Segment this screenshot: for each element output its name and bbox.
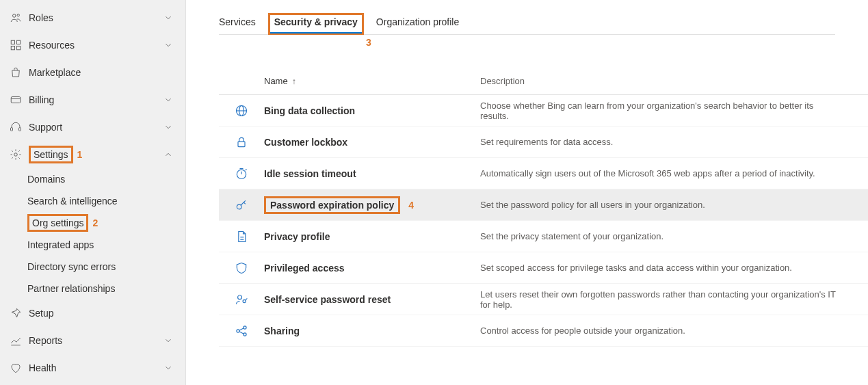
table-row[interactable]: SharingControl access for people outside… bbox=[219, 315, 868, 347]
tab-label: Security & privacy bbox=[274, 16, 358, 27]
svg-rect-6 bbox=[11, 97, 21, 103]
tabs: Services Security & privacy 3 Organizati… bbox=[219, 12, 835, 35]
row-name: Self-service password reset bbox=[264, 294, 480, 305]
table-row[interactable]: Customer lockboxSet requirements for dat… bbox=[219, 127, 868, 158]
svg-line-29 bbox=[239, 331, 244, 333]
table-body: Bing data collectionChoose whether Bing … bbox=[219, 95, 868, 347]
sidebar-sub-partner-relationships[interactable]: Partner relationships bbox=[0, 278, 185, 300]
sidebar-sub-search-intelligence[interactable]: Search & intelligence bbox=[0, 190, 185, 212]
table-row[interactable]: Privacy profileSet the privacy statement… bbox=[219, 221, 868, 252]
svg-line-28 bbox=[239, 328, 244, 330]
sidebar-sub-integrated-apps[interactable]: Integrated apps bbox=[0, 234, 185, 256]
chevron-down-icon bbox=[163, 363, 173, 373]
chevron-down-icon bbox=[163, 13, 173, 23]
settings-icon bbox=[10, 148, 22, 161]
row-name: Idle session timeout bbox=[264, 168, 480, 179]
timer-icon bbox=[219, 167, 264, 181]
table-row[interactable]: Password expiration policy4Set the passw… bbox=[219, 189, 868, 221]
sidebar-sub-label: Integrated apps bbox=[27, 239, 94, 250]
sidebar-item-settings[interactable]: Settings1 bbox=[0, 141, 185, 168]
row-description: Control access for people outside your o… bbox=[480, 326, 868, 336]
table-row[interactable]: Bing data collectionChoose whether Bing … bbox=[219, 95, 868, 127]
sort-asc-icon: ↑ bbox=[292, 77, 296, 86]
table-row[interactable]: Self-service password resetLet users res… bbox=[219, 284, 868, 315]
setup-icon bbox=[10, 307, 22, 319]
sidebar: Roles Resources Marketplace Billing Supp… bbox=[0, 0, 186, 385]
row-name: Password expiration policy4 bbox=[264, 196, 480, 214]
sidebar-item-reports[interactable]: Reports bbox=[0, 327, 185, 354]
svg-point-25 bbox=[237, 329, 239, 332]
svg-rect-8 bbox=[11, 128, 13, 131]
table-row[interactable]: Idle session timeoutAutomatically sign u… bbox=[219, 158, 868, 189]
document-icon bbox=[219, 230, 264, 243]
sidebar-item-marketplace[interactable]: Marketplace bbox=[0, 59, 185, 86]
highlight-number: 3 bbox=[366, 37, 371, 48]
resources-icon bbox=[10, 39, 22, 51]
row-name: Sharing bbox=[264, 326, 480, 336]
svg-point-16 bbox=[237, 170, 246, 178]
sidebar-sub-org-settings[interactable]: Org settings2 bbox=[0, 212, 185, 234]
column-header-label: Name bbox=[264, 76, 288, 86]
row-description: Set the privacy statement of your organi… bbox=[480, 231, 868, 241]
table-header: Name ↑ Description bbox=[219, 76, 868, 95]
sidebar-item-resources[interactable]: Resources bbox=[0, 31, 185, 59]
tab-organization-profile[interactable]: Organization profile bbox=[376, 16, 459, 34]
column-header-label: Description bbox=[480, 76, 525, 86]
row-name: Customer lockbox bbox=[264, 137, 480, 148]
person-key-icon bbox=[219, 293, 264, 306]
roles-icon bbox=[10, 12, 22, 24]
svg-rect-15 bbox=[238, 142, 245, 147]
shield-icon bbox=[219, 261, 264, 275]
row-name: Privileged access bbox=[264, 263, 480, 274]
column-header-description[interactable]: Description bbox=[480, 76, 868, 86]
sidebar-sub-domains[interactable]: Domains bbox=[0, 168, 185, 190]
sidebar-sub-directory-sync-errors[interactable]: Directory sync errors bbox=[0, 256, 185, 278]
chevron-down-icon bbox=[163, 95, 173, 105]
row-description: Choose whether Bing can learn from your … bbox=[480, 101, 868, 121]
row-description: Automatically sign users out of the Micr… bbox=[480, 168, 868, 178]
sidebar-item-label: Health bbox=[29, 362, 163, 373]
row-name: Privacy profile bbox=[264, 231, 480, 242]
main-content: Services Security & privacy 3 Organizati… bbox=[186, 0, 868, 385]
tab-services[interactable]: Services bbox=[219, 16, 256, 34]
svg-point-26 bbox=[244, 326, 246, 328]
chevron-down-icon bbox=[163, 40, 173, 50]
tab-security-privacy[interactable]: Security & privacy 3 bbox=[268, 13, 364, 35]
highlight-box: Password expiration policy bbox=[264, 196, 400, 214]
sidebar-sub-label: Domains bbox=[27, 174, 65, 185]
sidebar-sub-label: Search & intelligence bbox=[27, 196, 118, 207]
highlight-number: 4 bbox=[408, 200, 414, 211]
chevron-down-icon bbox=[163, 122, 173, 132]
row-description: Set requirements for data access. bbox=[480, 137, 868, 147]
chevron-up-icon bbox=[163, 150, 173, 159]
health-icon bbox=[10, 362, 22, 374]
chevron-down-icon bbox=[163, 336, 173, 345]
sidebar-item-label: Settings1 bbox=[29, 146, 163, 163]
lock-icon bbox=[219, 135, 264, 149]
svg-point-20 bbox=[237, 204, 241, 209]
svg-rect-5 bbox=[17, 47, 21, 50]
svg-rect-4 bbox=[11, 47, 14, 50]
column-header-name[interactable]: Name ↑ bbox=[264, 76, 480, 86]
svg-point-10 bbox=[14, 153, 18, 157]
sidebar-item-support[interactable]: Support bbox=[0, 114, 185, 141]
row-description: Set scoped access for privilege tasks an… bbox=[480, 263, 868, 273]
table-row[interactable]: Privileged accessSet scoped access for p… bbox=[219, 252, 868, 284]
sidebar-item-setup[interactable]: Setup bbox=[0, 300, 185, 327]
highlight-number: 2 bbox=[92, 217, 98, 228]
sidebar-item-label: Billing bbox=[29, 94, 163, 105]
sidebar-item-billing[interactable]: Billing bbox=[0, 86, 185, 114]
sidebar-item-roles[interactable]: Roles bbox=[0, 4, 185, 31]
tab-label: Organization profile bbox=[376, 16, 459, 27]
support-icon bbox=[10, 121, 22, 133]
key-icon bbox=[219, 198, 264, 212]
highlight-box: Org settings bbox=[27, 214, 88, 232]
row-name: Bing data collection bbox=[264, 105, 480, 116]
svg-point-23 bbox=[238, 295, 242, 299]
billing-icon bbox=[10, 94, 22, 106]
sidebar-item-health[interactable]: Health bbox=[0, 354, 185, 382]
sidebar-item-label: Reports bbox=[29, 335, 163, 346]
sidebar-item-label: Setup bbox=[29, 308, 173, 319]
row-description: Set the password policy for all users in… bbox=[480, 200, 868, 210]
svg-line-19 bbox=[246, 169, 247, 170]
